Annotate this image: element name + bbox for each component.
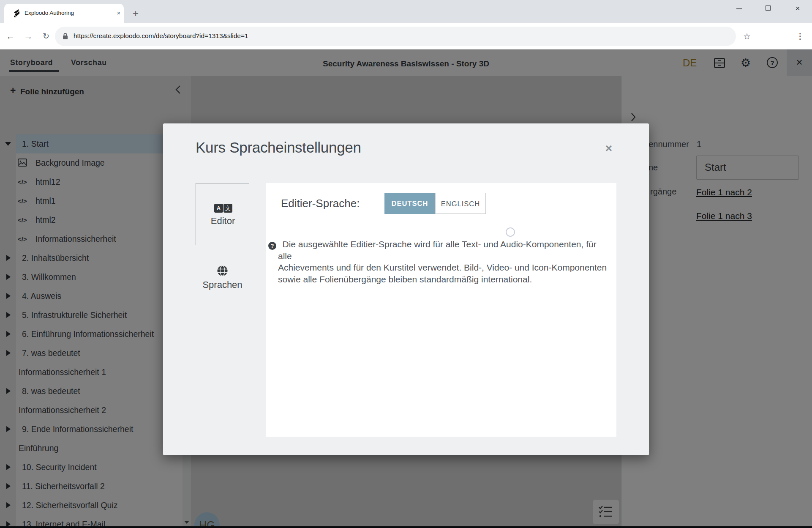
tab-editor[interactable]: A 文 Editor xyxy=(196,183,249,245)
forward-button[interactable]: → xyxy=(21,29,35,44)
url-bar[interactable]: https://create.exploodo.com/de/storyboar… xyxy=(55,27,736,46)
exploodo-favicon xyxy=(13,9,21,17)
new-tab-button[interactable]: + xyxy=(129,8,142,20)
translate-zh-glyph: 文 xyxy=(223,204,232,213)
browser-tab[interactable]: Exploodo Authoring × xyxy=(4,4,124,23)
modal-content-panel: Editier-Sprache: DEUTSCH ENGLISCH ? Die … xyxy=(266,183,616,437)
course-language-modal: Kurs Spracheinstellungen × A 文 Editor Sp… xyxy=(163,123,649,455)
minimize-icon xyxy=(736,8,742,9)
loading-spinner xyxy=(506,227,515,237)
window-maximize-button[interactable] xyxy=(758,0,778,17)
modal-title: Kurs Spracheinstellungen xyxy=(196,139,361,156)
bookmark-star-icon[interactable]: ☆ xyxy=(740,29,754,44)
browser-toolbar: ← → ↻ https://create.exploodo.com/de/sto… xyxy=(0,23,812,49)
globe-icon xyxy=(217,265,228,276)
lock-icon xyxy=(63,33,68,40)
browser-menu-icon[interactable]: ⋮ xyxy=(793,29,807,44)
reload-button[interactable]: ↻ xyxy=(39,29,53,44)
screen: Exploodo Authoring × + × ← → ↻ https://c… xyxy=(0,0,812,528)
modal-close-icon[interactable]: × xyxy=(602,141,616,156)
language-option-englisch[interactable]: ENGLISCH xyxy=(435,193,486,214)
tab-sprachen[interactable]: Sprachen xyxy=(196,261,249,290)
window-close-icon: × xyxy=(788,0,807,17)
tab-close-icon[interactable]: × xyxy=(114,8,123,18)
url-text: https://create.exploodo.com/de/storyboar… xyxy=(74,32,248,40)
tab-sprachen-label: Sprachen xyxy=(196,279,249,290)
editing-language-label: Editier-Sprache: xyxy=(281,197,360,210)
browser-tabstrip: Exploodo Authoring × + × xyxy=(0,0,812,23)
maximize-icon xyxy=(766,5,771,11)
modal-info-text: Die ausgewählte Editier-Sprache wird für… xyxy=(278,238,610,285)
language-option-deutsch[interactable]: DEUTSCH xyxy=(384,193,435,214)
translate-icon: A 文 xyxy=(214,204,232,213)
window-close-button[interactable]: × xyxy=(788,0,807,17)
window-minimize-button[interactable] xyxy=(729,0,749,17)
back-button[interactable]: ← xyxy=(3,29,18,44)
translate-a-glyph: A xyxy=(214,204,223,213)
info-question-icon: ? xyxy=(268,242,276,250)
tab-editor-label: Editor xyxy=(196,216,250,227)
tab-title: Exploodo Authoring xyxy=(25,10,74,16)
